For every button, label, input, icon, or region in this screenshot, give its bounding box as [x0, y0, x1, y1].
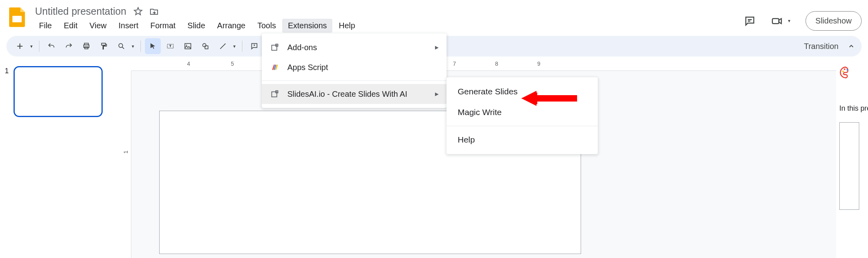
theme-palette-icon[interactable] — [839, 66, 854, 80]
extensions-dropdown: Add-ons ▶ Apps Script SlidesAI.io - Crea… — [262, 33, 447, 108]
transition-button[interactable]: Transition — [798, 39, 845, 54]
menu-slide[interactable]: Slide — [182, 19, 211, 33]
record-icon[interactable] — [770, 14, 784, 28]
header-right: ▼ Slideshow — [743, 3, 862, 31]
menu-arrange[interactable]: Arrange — [212, 19, 251, 33]
divider — [39, 41, 39, 52]
slide-thumbnail[interactable] — [14, 66, 103, 117]
svg-point-13 — [844, 68, 845, 70]
svg-rect-0 — [12, 16, 21, 22]
vertical-ruler: 1 — [120, 71, 131, 258]
ruler-label: 5 — [231, 61, 234, 67]
svg-point-6 — [119, 43, 123, 47]
svg-rect-5 — [101, 43, 105, 45]
redo-button[interactable] — [61, 38, 77, 54]
menu-format[interactable]: Format — [145, 19, 181, 33]
chevron-right-icon: ▶ — [435, 45, 439, 50]
right-panel-text: In this presentation — [839, 104, 865, 113]
divider — [242, 41, 242, 52]
divider — [447, 126, 598, 126]
svg-point-10 — [203, 43, 206, 47]
ruler-label: 8 — [495, 61, 498, 67]
comments-icon[interactable] — [743, 14, 757, 28]
select-tool-button[interactable] — [145, 38, 161, 54]
new-slide-button[interactable] — [12, 38, 28, 54]
new-slide-dropdown-icon[interactable]: ▼ — [28, 44, 35, 49]
slides-logo-icon — [6, 6, 29, 28]
line-button[interactable] — [215, 38, 231, 54]
menu-edit[interactable]: Edit — [58, 19, 83, 33]
chevron-up-icon[interactable] — [847, 41, 856, 51]
addon-icon — [270, 42, 280, 53]
ruler-label: 4 — [187, 61, 190, 67]
paint-format-button[interactable] — [96, 38, 112, 54]
right-panel: In this presentation — [836, 60, 868, 258]
theme-preview[interactable] — [839, 122, 859, 210]
menu-view[interactable]: View — [84, 19, 112, 33]
ruler-label: 7 — [453, 61, 456, 67]
document-title[interactable]: Untitled presentation — [33, 5, 128, 18]
ruler-label: 9 — [537, 61, 540, 67]
submenu-generate-slides[interactable]: Generate Slides — [447, 81, 598, 102]
menu-file[interactable]: File — [33, 19, 57, 33]
slidesai-submenu: Generate Slides Magic Write Help — [447, 77, 598, 154]
dropdown-item-label: Apps Script — [287, 63, 328, 72]
move-icon[interactable] — [148, 6, 160, 17]
divider — [262, 80, 447, 81]
dropdown-item-addons[interactable]: Add-ons ▶ — [262, 37, 447, 57]
ruler-label: 1 — [123, 150, 129, 154]
line-dropdown-icon[interactable]: ▼ — [231, 44, 238, 49]
dropdown-item-label: SlidesAI.io - Create Slides With AI — [287, 90, 407, 99]
menubar: File Edit View Insert Format Slide Arran… — [33, 19, 743, 33]
slideshow-button[interactable]: Slideshow — [806, 11, 862, 31]
menu-extensions[interactable]: Extensions — [282, 19, 332, 33]
addon-icon — [270, 89, 280, 99]
horizontal-ruler: 4 5 7 8 9 — [131, 60, 836, 71]
slide-thumbnail-row: 1 — [5, 66, 115, 117]
title-area: Untitled presentation File Edit View Ins… — [33, 3, 743, 33]
slide-number: 1 — [5, 66, 9, 117]
apps-script-icon — [270, 62, 280, 72]
slide-panel: 1 — [0, 60, 119, 258]
undo-button[interactable] — [43, 38, 59, 54]
menu-insert[interactable]: Insert — [113, 19, 144, 33]
svg-rect-1 — [772, 18, 779, 23]
menu-tools[interactable]: Tools — [252, 19, 282, 33]
print-button[interactable] — [78, 38, 94, 54]
svg-point-9 — [186, 45, 187, 46]
chevron-right-icon: ▶ — [435, 91, 439, 97]
image-button[interactable] — [180, 38, 196, 54]
header: Untitled presentation File Edit View Ins… — [0, 0, 868, 33]
svg-point-12 — [842, 70, 844, 72]
comment-button[interactable] — [246, 38, 262, 54]
star-icon[interactable] — [133, 6, 144, 17]
dropdown-item-apps-script[interactable]: Apps Script — [262, 57, 447, 77]
zoom-dropdown-icon[interactable]: ▼ — [129, 44, 137, 49]
zoom-button[interactable] — [113, 38, 129, 54]
record-dropdown-icon[interactable]: ▼ — [786, 19, 793, 23]
shape-button[interactable] — [197, 38, 213, 54]
svg-point-14 — [847, 69, 848, 70]
textbox-button[interactable] — [162, 38, 178, 54]
dropdown-item-label: Add-ons — [287, 43, 317, 52]
submenu-magic-write[interactable]: Magic Write — [447, 102, 598, 123]
divider — [140, 41, 141, 52]
dropdown-item-slidesai[interactable]: SlidesAI.io - Create Slides With AI ▶ — [262, 84, 447, 104]
submenu-help[interactable]: Help — [447, 129, 598, 150]
menu-help[interactable]: Help — [333, 19, 361, 33]
